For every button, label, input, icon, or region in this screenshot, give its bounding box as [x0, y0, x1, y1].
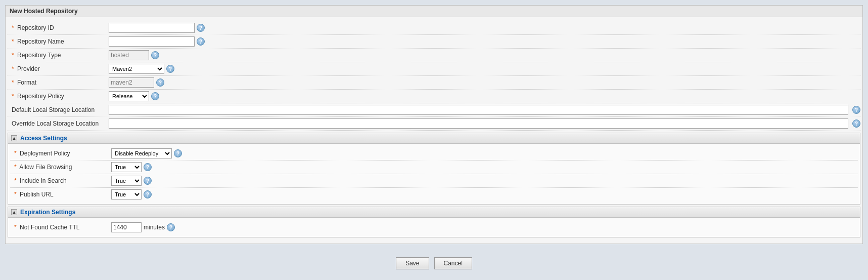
- allow-file-browsing-label: * Allow File Browsing: [10, 164, 111, 171]
- provider-select[interactable]: Maven2 Maven1 NuGet npm: [109, 64, 164, 74]
- required-star: *: [12, 65, 14, 72]
- deployment-policy-select[interactable]: Disable Redeploy Allow Redeploy Read Onl…: [111, 148, 172, 158]
- provider-help-icon[interactable]: ?: [166, 65, 174, 73]
- access-settings-toggle[interactable]: ▲: [11, 135, 17, 141]
- window-title: New Hosted Repository: [10, 8, 78, 15]
- repository-policy-row: * Repository Policy Release Snapshot Mix…: [8, 90, 860, 103]
- required-star: *: [14, 164, 17, 171]
- override-local-storage-input[interactable]: [109, 118, 848, 129]
- repository-id-row: * Repository ID ?: [8, 21, 860, 35]
- deployment-policy-row: * Deployment Policy Disable Redeploy All…: [10, 147, 858, 161]
- provider-label: * Provider: [8, 65, 109, 72]
- not-found-cache-ttl-help-icon[interactable]: ?: [167, 223, 175, 231]
- repository-policy-control: Release Snapshot Mixed ?: [109, 91, 860, 101]
- repository-type-help-icon[interactable]: ?: [151, 51, 159, 59]
- expiration-settings-title: Expiration Settings: [20, 209, 75, 216]
- publish-url-help-icon[interactable]: ?: [144, 190, 152, 198]
- default-local-storage-control: ?: [109, 105, 860, 115]
- deployment-policy-control: Disable Redeploy Allow Redeploy Read Onl…: [111, 148, 858, 158]
- panel-title: New Hosted Repository: [6, 6, 862, 17]
- bottom-buttons: Save Cancel: [5, 247, 863, 279]
- required-star: *: [12, 93, 14, 100]
- repository-policy-help-icon[interactable]: ?: [151, 92, 159, 100]
- expiration-settings-toggle[interactable]: ▲: [11, 209, 17, 215]
- repository-id-label: * Repository ID: [8, 24, 109, 31]
- not-found-cache-ttl-input[interactable]: [111, 222, 142, 232]
- repository-name-row: * Repository Name ?: [8, 35, 860, 49]
- override-local-storage-control: ?: [109, 118, 860, 129]
- repository-policy-label: * Repository Policy: [8, 93, 109, 100]
- provider-control: Maven2 Maven1 NuGet npm ?: [109, 64, 860, 74]
- expiration-settings-panel: ▲ Expiration Settings * Not Found Cache …: [8, 207, 860, 237]
- not-found-cache-ttl-row: * Not Found Cache TTL minutes ?: [10, 221, 858, 234]
- cancel-button[interactable]: Cancel: [434, 257, 472, 269]
- access-settings-content: * Deployment Policy Disable Redeploy All…: [8, 144, 860, 204]
- expiration-settings-header: ▲ Expiration Settings: [8, 207, 860, 218]
- publish-url-control: True False ?: [111, 189, 858, 199]
- publish-url-label: * Publish URL: [10, 191, 111, 198]
- format-control: ?: [109, 77, 860, 88]
- default-local-storage-input[interactable]: [109, 105, 848, 115]
- deployment-policy-label: * Deployment Policy: [10, 150, 111, 157]
- format-input: [109, 77, 154, 88]
- required-star: *: [14, 150, 17, 157]
- required-star: *: [12, 52, 14, 59]
- override-local-storage-label: Override Local Storage Location: [8, 120, 109, 127]
- required-star: *: [14, 224, 17, 231]
- required-star: *: [14, 191, 17, 198]
- provider-row: * Provider Maven2 Maven1 NuGet npm ?: [8, 62, 860, 76]
- include-in-search-label: * Include in Search: [10, 177, 111, 184]
- allow-file-browsing-control: True False ?: [111, 162, 858, 172]
- minutes-label: minutes: [144, 224, 165, 231]
- include-in-search-control: True False ?: [111, 176, 858, 186]
- repository-id-input[interactable]: [109, 23, 195, 33]
- access-settings-header: ▲ Access Settings: [8, 133, 860, 144]
- repository-type-label: * Repository Type: [8, 52, 109, 59]
- format-row: * Format ?: [8, 76, 860, 90]
- required-star: *: [12, 38, 14, 45]
- repository-policy-select[interactable]: Release Snapshot Mixed: [109, 91, 149, 101]
- publish-url-select[interactable]: True False: [111, 189, 142, 199]
- default-local-storage-row: Default Local Storage Location ?: [8, 103, 860, 117]
- repository-name-help-icon[interactable]: ?: [197, 37, 205, 46]
- main-panel: New Hosted Repository * Repository ID ? …: [5, 5, 863, 244]
- required-star: *: [14, 177, 17, 184]
- publish-url-row: * Publish URL True False ?: [10, 188, 858, 201]
- page-container: New Hosted Repository * Repository ID ? …: [0, 0, 868, 280]
- expiration-settings-content: * Not Found Cache TTL minutes ?: [8, 218, 860, 237]
- default-local-storage-label: Default Local Storage Location: [8, 106, 109, 113]
- repository-id-control: ?: [109, 23, 860, 33]
- access-settings-panel: ▲ Access Settings * Deployment Policy Di…: [8, 133, 860, 205]
- include-in-search-select[interactable]: True False: [111, 176, 142, 186]
- required-star: *: [12, 24, 14, 31]
- repository-type-row: * Repository Type ?: [8, 49, 860, 62]
- repository-type-input: [109, 50, 149, 60]
- repository-type-control: ?: [109, 50, 860, 60]
- allow-file-browsing-help-icon[interactable]: ?: [144, 163, 152, 171]
- default-local-storage-help-icon[interactable]: ?: [852, 106, 860, 114]
- save-button[interactable]: Save: [396, 257, 429, 269]
- repository-id-help-icon[interactable]: ?: [197, 24, 205, 32]
- format-label: * Format: [8, 79, 109, 86]
- repository-name-label: * Repository Name: [8, 38, 109, 45]
- panel-content: * Repository ID ? * Repository Name ?: [6, 17, 862, 244]
- repository-name-input[interactable]: [109, 36, 195, 47]
- format-help-icon[interactable]: ?: [156, 78, 164, 87]
- deployment-policy-help-icon[interactable]: ?: [174, 149, 182, 157]
- include-in-search-help-icon[interactable]: ?: [144, 177, 152, 185]
- allow-file-browsing-select[interactable]: True False: [111, 162, 142, 172]
- repository-name-control: ?: [109, 36, 860, 47]
- not-found-cache-ttl-control: minutes ?: [111, 222, 858, 232]
- access-settings-title: Access Settings: [20, 135, 67, 142]
- override-local-storage-row: Override Local Storage Location ?: [8, 117, 860, 131]
- override-local-storage-help-icon[interactable]: ?: [852, 119, 860, 128]
- allow-file-browsing-row: * Allow File Browsing True False ?: [10, 161, 858, 174]
- not-found-cache-ttl-label: * Not Found Cache TTL: [10, 224, 111, 231]
- required-star: *: [12, 79, 14, 86]
- include-in-search-row: * Include in Search True False ?: [10, 174, 858, 188]
